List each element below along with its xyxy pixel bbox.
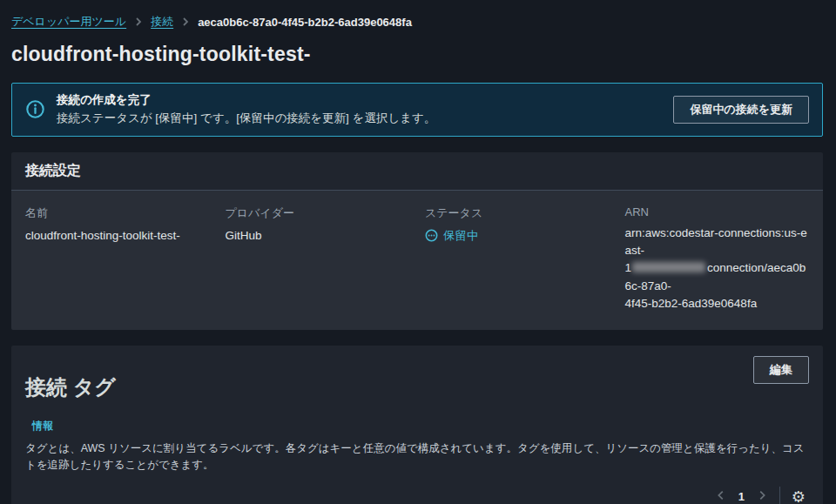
field-arn: ARN arn:aws:codestar-connections:us-east… xyxy=(625,205,810,312)
connection-settings-body: 名前 cloudfront-hosting-toolkit-test- プロバイ… xyxy=(11,191,823,330)
toolbar-divider xyxy=(779,487,780,504)
redacted-account-id xyxy=(632,262,705,272)
connection-settings-title: 接続設定 xyxy=(25,163,81,178)
field-provider-value: GitHub xyxy=(226,227,410,245)
field-name: 名前 cloudfront-hosting-toolkit-test- xyxy=(25,205,210,312)
chevron-left-icon xyxy=(715,489,727,504)
pagination-next-button[interactable] xyxy=(754,487,770,504)
tags-title-row: 接続 タグ 情報 編集 xyxy=(25,356,809,434)
page: デベロッパー用ツール 接続 aeca0b6c-87a0-4f45-b2b2-6a… xyxy=(0,0,836,504)
field-name-label: 名前 xyxy=(25,205,210,221)
banner-text: 接続の作成を完了 接続ステータスが [保留中] です。[保留中の接続を更新] を… xyxy=(57,91,673,128)
status-badge: 保留中 xyxy=(425,227,610,245)
field-provider: プロバイダー GitHub xyxy=(226,205,410,312)
update-pending-connection-button[interactable]: 保留中の接続を更新 xyxy=(673,96,809,124)
info-icon xyxy=(25,99,45,119)
edit-tags-button[interactable]: 編集 xyxy=(753,356,809,384)
breadcrumb-link-connections[interactable]: 接続 xyxy=(151,14,173,30)
tags-description: タグとは、AWS リソースに割り当てるラベルです。各タグはキーと任意の値で構成さ… xyxy=(25,440,809,474)
connection-tags-title: 接続 タグ xyxy=(25,373,116,401)
field-name-value: cloudfront-hosting-toolkit-test- xyxy=(25,227,210,245)
status-text: 保留中 xyxy=(443,227,479,245)
field-status-label: ステータス xyxy=(425,205,610,221)
chevron-right-icon xyxy=(181,17,190,27)
breadcrumb: デベロッパー用ツール 接続 aeca0b6c-87a0-4f45-b2b2-6a… xyxy=(11,14,823,30)
tags-title-group: 接続 タグ 情報 xyxy=(25,356,116,434)
field-arn-value: arn:aws:codestar-connections:us-east- 1c… xyxy=(625,225,810,312)
pending-status-icon xyxy=(425,229,438,242)
breadcrumb-current: aeca0b6c-87a0-4f45-b2b2-6ad39e0648fa xyxy=(198,16,412,29)
page-title: cloudfront-hosting-toolkit-test- xyxy=(11,43,823,66)
connection-tags-header: 接続 タグ 情報 編集 タグとは、AWS リソースに割り当てるラベルです。各タグ… xyxy=(11,346,823,504)
arn-text-line3: 4f45-b2b2-6ad39e0648fa xyxy=(625,297,758,310)
arn-text-line2-prefix: 1 xyxy=(625,261,632,274)
pagination-page-number[interactable]: 1 xyxy=(738,490,745,503)
chevron-right-icon xyxy=(134,17,143,27)
banner-message: 接続ステータスが [保留中] です。[保留中の接続を更新] を選択します。 xyxy=(57,110,673,128)
tags-info-link[interactable]: 情報 xyxy=(32,420,53,432)
connection-settings-container: 接続設定 名前 cloudfront-hosting-toolkit-test-… xyxy=(11,152,823,330)
chevron-right-icon xyxy=(756,489,768,504)
table-preferences-button[interactable] xyxy=(790,487,807,504)
arn-text-line1: arn:aws:codestar-connections:us-east- xyxy=(625,226,807,257)
banner-title: 接続の作成を完了 xyxy=(57,91,673,110)
gear-icon xyxy=(792,492,806,504)
field-arn-label: ARN xyxy=(625,205,810,218)
tags-pagination: 1 xyxy=(25,473,809,504)
connection-tags-container: 接続 タグ 情報 編集 タグとは、AWS リソースに割り当てるラベルです。各タグ… xyxy=(11,346,823,504)
pagination-previous-button[interactable] xyxy=(713,487,729,504)
connection-settings-header: 接続設定 xyxy=(11,152,823,191)
field-provider-label: プロバイダー xyxy=(226,205,410,221)
breadcrumb-link-developer-tools[interactable]: デベロッパー用ツール xyxy=(11,14,126,30)
info-banner: 接続の作成を完了 接続ステータスが [保留中] です。[保留中の接続を更新] を… xyxy=(11,83,823,137)
field-status: ステータス 保留中 xyxy=(425,205,610,312)
